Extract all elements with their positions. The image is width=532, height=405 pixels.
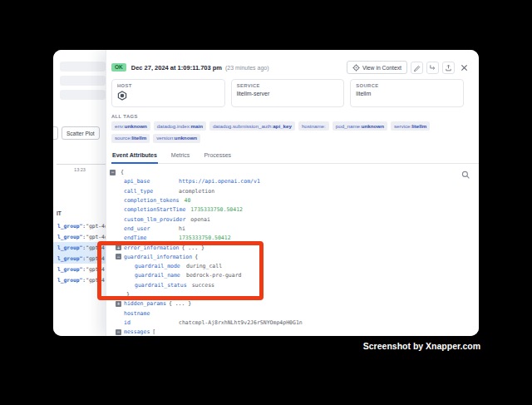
attribute-brace: {: [195, 254, 198, 260]
log-row-value: :"gpt-4: [82, 266, 105, 272]
tag-pill[interactable]: datadog.submission_auth:api_key: [209, 121, 295, 131]
truncated-button[interactable]: [53, 126, 58, 140]
tag-pill[interactable]: hostname:: [298, 121, 329, 131]
all-tags-label: ALL TAGS: [111, 114, 479, 119]
source-card[interactable]: SOURCE litellm: [350, 79, 464, 107]
related-events-button[interactable]: [426, 62, 439, 74]
collapse-icon[interactable]: −: [110, 170, 116, 175]
attribute-value: 1735333750.50412: [179, 235, 231, 241]
log-row-key: l_group": [57, 244, 82, 250]
scatter-plot-button[interactable]: Scatter Plot: [62, 126, 100, 140]
attribute-row: end_userhi: [106, 224, 479, 233]
attribute-key: call_type: [124, 188, 179, 195]
attribute-row: −messages[: [106, 328, 479, 336]
attribute-row: custom_llm_provideropenai: [106, 215, 479, 224]
tag-value: unknown: [362, 123, 384, 129]
attribute-value: during_call: [186, 263, 222, 269]
tag-pill[interactable]: datadog.index:main: [154, 121, 206, 131]
watermark: Screenshot by Xnapper.com: [363, 341, 480, 351]
attribute-key: completion_tokens: [124, 197, 185, 204]
tag-list: env:unknowndatadog.index:maindatadog.sub…: [111, 121, 469, 143]
export-button[interactable]: [442, 62, 455, 74]
tag-value: litellm: [131, 135, 146, 141]
pencil-icon: [413, 64, 421, 72]
tag-key: pod_name:: [336, 123, 362, 129]
attribute-key: endTime: [124, 235, 179, 241]
attribute-row: hostname: [106, 309, 479, 318]
log-row-value: :"gpt-4o: [82, 234, 106, 240]
attribute-key: api_base: [124, 178, 179, 185]
log-row-key: l_group": [57, 266, 82, 272]
log-row[interactable]: l_group":"gpt-4: [53, 264, 106, 274]
service-card[interactable]: SERVICE litellm-server: [231, 79, 345, 107]
background-app: Scatter Plot 13:23 IT l_group":"gpt-4ol_…: [53, 50, 106, 336]
host-card[interactable]: HOST: [111, 79, 225, 107]
log-row[interactable]: l_group":"gpt-4o: [53, 231, 106, 242]
attribute-key: guardrail_status: [135, 282, 192, 289]
log-row[interactable]: l_group":"gpt-4: [53, 274, 106, 285]
bend-arrow-icon: [429, 64, 436, 72]
log-row-key: l_group": [57, 234, 82, 240]
tag-value: unknown: [125, 123, 147, 129]
tag-key: datadog.submission_auth:: [213, 123, 273, 129]
collapse-icon[interactable]: −: [116, 254, 121, 259]
attribute-row: completion_tokens40: [106, 195, 479, 205]
search-icon[interactable]: [461, 170, 470, 180]
attribute-brace: }: [126, 291, 130, 298]
app-window: Scatter Plot 13:23 IT l_group":"gpt-4ol_…: [53, 50, 479, 336]
view-in-context-button[interactable]: View in Context: [347, 61, 407, 74]
attribute-row: guardrail_modeduring_call: [106, 261, 479, 270]
expand-icon[interactable]: +: [116, 301, 121, 307]
attribute-key: end_user: [124, 225, 179, 232]
edit-button[interactable]: [411, 62, 423, 74]
attribute-row: −{: [106, 168, 479, 177]
expand-icon[interactable]: +: [116, 244, 121, 250]
tag-value: litellm: [411, 123, 426, 129]
attributes-tree: −{api_basehttps://api.openai.com/v1call_…: [106, 168, 479, 337]
close-icon: [461, 64, 468, 72]
tag-pill[interactable]: env:unknown: [111, 121, 150, 131]
tag-pill[interactable]: pod_name:unknown: [332, 121, 387, 131]
log-row[interactable]: l_group":"gpt-4o: [53, 220, 106, 231]
source-card-label: SOURCE: [356, 83, 458, 88]
log-row-key: l_group": [57, 223, 82, 229]
tag-key: version:: [156, 135, 175, 141]
service-card-value: litellm-server: [237, 91, 339, 96]
attribute-value: bedrock-pre-guard: [186, 272, 242, 279]
log-row[interactable]: l_group":"gpt-4: [53, 242, 106, 253]
tag-value: main: [190, 123, 202, 129]
attribute-key: messages: [124, 328, 150, 335]
attribute-key: guardrail_mode: [135, 263, 186, 269]
attribute-row: endTime1735333750.50412: [106, 234, 479, 243]
collapse-icon[interactable]: −: [116, 329, 121, 335]
log-row-value: :"gpt-4: [82, 244, 105, 250]
host-hexagon-icon: [117, 91, 219, 101]
attribute-value: acompletion: [179, 188, 214, 195]
tag-key: service:: [394, 123, 411, 129]
log-row-key: l_group": [57, 277, 82, 283]
tab-processes[interactable]: Processes: [203, 150, 232, 163]
tag-key: datadog.index:: [157, 123, 191, 129]
tag-pill[interactable]: version:unknown: [153, 134, 200, 143]
attribute-row: api_basehttps://api.openai.com/v1: [106, 177, 479, 186]
attribute-key: guardrail_information: [124, 254, 192, 260]
relative-time: (23 minutes ago): [225, 65, 269, 71]
attribute-value[interactable]: https://api.openai.com/v1: [179, 178, 260, 185]
tab-metrics[interactable]: Metrics: [170, 150, 191, 163]
close-button[interactable]: [458, 62, 470, 74]
tab-event-attributes[interactable]: Event Attributes: [111, 150, 158, 164]
event-detail-panel: OK Dec 27, 2024 at 1:09:11.703 pm (23 mi…: [106, 50, 479, 336]
attribute-key: id: [124, 319, 179, 326]
log-row-value: :"gpt-4: [82, 255, 105, 261]
tag-pill[interactable]: source:litellm: [111, 134, 150, 143]
skeleton-bar: [60, 90, 106, 100]
attribute-brace: {: [121, 169, 124, 175]
summary-cards: HOST SERVICE litellm-server SOURCE litel…: [111, 79, 464, 107]
chart-axis: [57, 164, 106, 165]
column-header-fragment: IT: [57, 210, 62, 216]
attribute-row: idchatcmpl-Aj8rxhNLht9v2J6rSNYOmp4pH0G1n: [106, 318, 479, 327]
tag-pill[interactable]: service:litellm: [391, 121, 430, 131]
skeleton-bar: [60, 76, 106, 86]
log-row[interactable]: l_group":"gpt-4: [53, 253, 106, 264]
log-row-list: l_group":"gpt-4ol_group":"gpt-4ol_group"…: [53, 220, 106, 285]
